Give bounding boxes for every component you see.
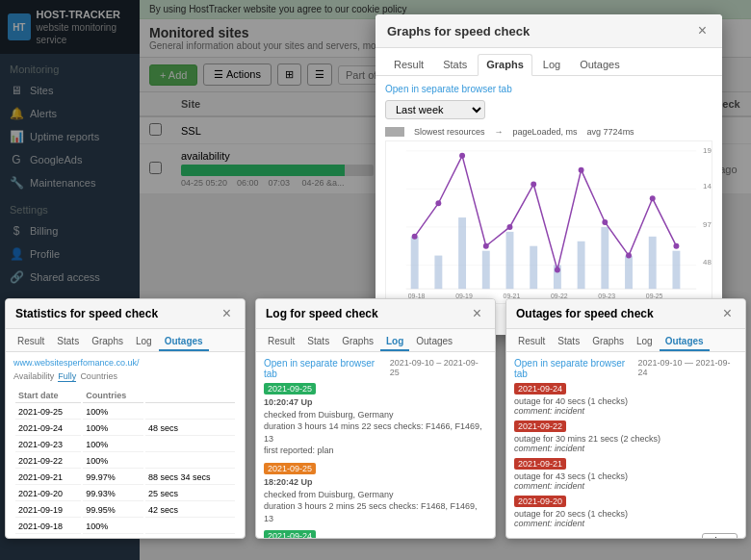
modal-graphs-tabs: Result Stats Graphs Log Outages	[376, 48, 722, 76]
stats-time: 88 secs 34 secs	[145, 471, 235, 485]
stats-time	[145, 405, 235, 420]
sub-tab-fully[interactable]: Fully	[58, 371, 76, 382]
svg-rect-17	[601, 227, 609, 289]
modal-graphs: Graphs for speed check × Result Stats Gr…	[376, 14, 722, 335]
stats-date: 2021-09-24	[15, 421, 81, 436]
modal-stats-title: Statistics for speed check	[15, 307, 158, 320]
tab-log[interactable]: Log	[631, 333, 659, 351]
svg-point-26	[531, 182, 536, 188]
stats-row: 2021-09-2199.97%88 secs 34 secs	[15, 471, 235, 485]
stats-row: 2021-09-25100%	[15, 405, 235, 420]
stats-avail: 100%	[83, 520, 143, 534]
outage-text: outage for 40 secs (1 checks)comment: in…	[514, 396, 738, 416]
stats-time: 42 secs	[145, 503, 235, 518]
svg-point-23	[459, 153, 465, 159]
tab-result[interactable]: Result	[262, 333, 300, 351]
modal-outages: Outages for speed check × Result Stats G…	[505, 298, 746, 539]
svg-rect-11	[458, 217, 466, 289]
svg-point-27	[555, 267, 560, 272]
svg-point-30	[626, 253, 632, 259]
svg-text:19462: 19462	[703, 146, 712, 155]
outage-date-badge: 2021-09-22	[514, 420, 566, 432]
tab-outages[interactable]: Outages	[571, 54, 629, 75]
outage-date-badge: 2021-09-24	[514, 383, 566, 395]
tab-stats[interactable]: Stats	[301, 333, 335, 351]
outage-entry: 2021-09-24outage for 40 secs (1 checks)c…	[514, 383, 738, 416]
stats-time: 48 secs	[145, 421, 235, 436]
stats-date: 2021-09-25	[15, 405, 81, 420]
tab-graphs[interactable]: Graphs	[586, 333, 630, 351]
svg-point-25	[507, 224, 513, 230]
tab-log[interactable]: Log	[534, 54, 569, 75]
svg-rect-10	[434, 256, 442, 290]
stats-time	[145, 438, 235, 452]
log-entries-container: 2021-09-2510:20:47 Upchecked from Duisbu…	[264, 383, 487, 539]
modal-outages-tabs: Result Stats Graphs Log Outages	[506, 329, 745, 352]
period-select[interactable]: Last week Last month Last 3 months	[385, 100, 485, 119]
stats-avail: 100%	[83, 536, 143, 539]
modal-log-close[interactable]: ×	[469, 305, 485, 322]
modal-outages-header: Outages for speed check ×	[506, 299, 745, 329]
stats-table: Start date Countries 2021-09-25100%2021-…	[13, 387, 237, 539]
svg-point-24	[483, 243, 489, 249]
modal-outages-title: Outages for speed check	[516, 307, 654, 320]
stats-avail: 99.95%	[83, 503, 143, 518]
svg-rect-16	[578, 242, 585, 289]
graph-legend: Slowest resources → pageLoaded, ms avg 7…	[385, 127, 712, 137]
tab-graphs[interactable]: Graphs	[336, 333, 379, 351]
modal-log-tabs: Result Stats Graphs Log Outages	[256, 329, 495, 352]
outages-open-tab-link[interactable]: Open in separate browser tab	[514, 358, 638, 379]
svg-text:14597: 14597	[703, 182, 712, 191]
tab-stats[interactable]: Stats	[51, 333, 85, 351]
col-time	[145, 389, 235, 403]
graph-area: 19462 14597 9731 4866	[385, 140, 712, 304]
modal-stats-close[interactable]: ×	[219, 305, 235, 322]
outage-entry: 2021-09-21outage for 43 secs (1 checks)c…	[514, 458, 738, 491]
modal-log-title: Log for speed check	[266, 307, 378, 320]
modal-statistics: Statistics for speed check × Result Stat…	[5, 298, 246, 539]
outage-entry: 2021-09-20outage for 20 secs (1 checks)c…	[514, 496, 738, 528]
col-date: Start date	[15, 389, 81, 403]
open-browser-tab-link[interactable]: Open in separate browser tab	[385, 84, 712, 94]
svg-rect-9	[411, 237, 419, 289]
tab-outages[interactable]: Outages	[159, 333, 209, 351]
modal-log-body: Open in separate browser tab 2021-09-10 …	[256, 352, 495, 539]
stats-date: 2021-09-20	[15, 487, 81, 501]
stats-avail: 100%	[83, 405, 143, 420]
modal-stats-header: Statistics for speed check ×	[6, 299, 245, 329]
svg-point-28	[579, 167, 584, 173]
stats-row: 2021-09-22100%	[15, 454, 235, 469]
stats-date: 2021-09-22	[15, 454, 81, 469]
sub-tab-availability[interactable]: Availability	[13, 371, 54, 382]
stats-row: 2021-09-18100%	[15, 520, 235, 534]
tab-stats[interactable]: Stats	[434, 54, 476, 75]
tab-log[interactable]: Log	[130, 333, 158, 351]
log-text: 10:20:47 Upchecked from Duisburg, German…	[264, 396, 487, 457]
modal-log: Log for speed check × Result Stats Graph…	[255, 298, 496, 539]
log-entry: 2021-09-2518:20:42 Upchecked from Duisbu…	[264, 463, 487, 524]
outage-date-badge: 2021-09-20	[514, 496, 566, 507]
tab-result[interactable]: Result	[385, 54, 432, 75]
tab-outages[interactable]: Outages	[410, 333, 458, 351]
modal-graphs-close[interactable]: ×	[694, 22, 711, 39]
modal-outages-close[interactable]: ×	[719, 305, 736, 322]
legend-avg: avg 7724ms	[587, 127, 634, 137]
close-button-outages[interactable]: Close	[702, 533, 738, 539]
outage-text: outage for 30 mins 21 secs (2 checks)com…	[514, 434, 738, 453]
log-date-badge: 2021-09-25	[264, 383, 316, 395]
stats-avail: 99.93%	[83, 487, 143, 501]
outage-text: outage for 43 secs (1 checks)comment: in…	[514, 471, 738, 491]
stats-time: 25 secs	[145, 487, 235, 501]
tab-result[interactable]: Result	[12, 333, 50, 351]
log-open-tab-link[interactable]: Open in separate browser tab	[264, 358, 390, 379]
tab-stats[interactable]: Stats	[552, 333, 585, 351]
tab-graphs[interactable]: Graphs	[86, 333, 129, 351]
tab-graphs[interactable]: Graphs	[478, 54, 532, 76]
stats-date: 2021-09-21	[15, 471, 81, 485]
tab-outages[interactable]: Outages	[660, 333, 710, 351]
sub-tab-countries[interactable]: Countries	[80, 371, 117, 382]
tab-log[interactable]: Log	[380, 333, 409, 351]
tab-result[interactable]: Result	[512, 333, 551, 351]
outage-entry: 2021-09-22outage for 30 mins 21 secs (2 …	[514, 420, 738, 453]
stats-date: 2021-09-17	[15, 536, 81, 539]
